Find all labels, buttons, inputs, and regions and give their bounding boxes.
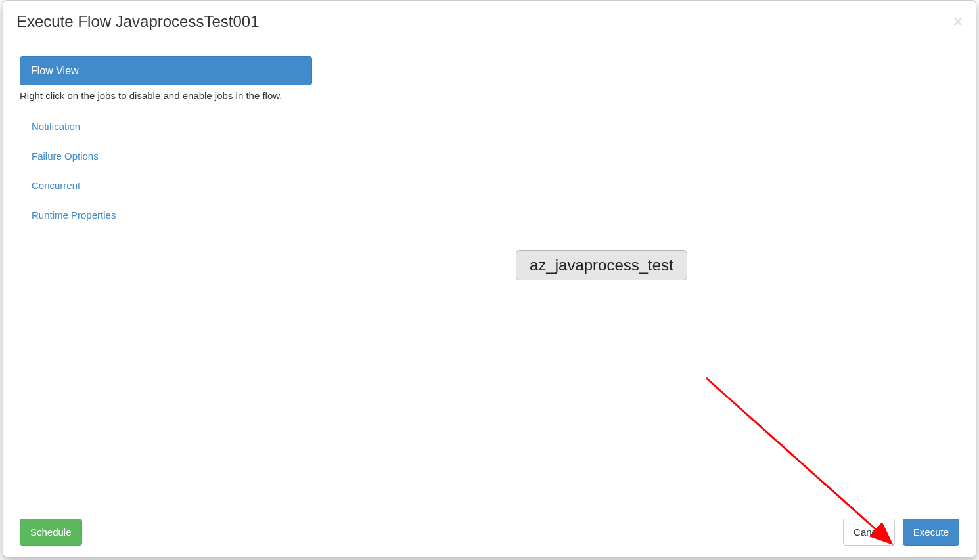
tab-notification[interactable]: Notification — [20, 112, 312, 141]
tab-flow-view[interactable]: Flow View — [20, 56, 312, 85]
modal-footer: Schedule Cancel Execute — [3, 507, 976, 557]
tab-failure-options[interactable]: Failure Options — [20, 141, 312, 171]
tab-notification-label: Notification — [32, 121, 80, 132]
modal-title: Execute Flow JavaprocessTest001 — [16, 11, 260, 33]
sidebar: Flow View Right click on the jobs to dis… — [20, 56, 312, 494]
modal-body: Flow View Right click on the jobs to dis… — [3, 43, 976, 507]
execute-flow-modal: Execute Flow JavaprocessTest001 × Flow V… — [3, 0, 976, 557]
cancel-button[interactable]: Cancel — [843, 519, 895, 546]
close-button[interactable]: × — [953, 14, 963, 30]
modal-header: Execute Flow JavaprocessTest001 × — [3, 1, 976, 43]
flow-graph-area[interactable]: az_javaprocess_test — [312, 56, 959, 494]
tab-concurrent-label: Concurrent — [32, 180, 80, 191]
execute-button-label: Execute — [913, 527, 949, 538]
tab-flow-view-label: Flow View — [31, 65, 79, 76]
tab-runtime-properties[interactable]: Runtime Properties — [20, 200, 312, 230]
cancel-button-label: Cancel — [854, 527, 884, 538]
tab-failure-options-label: Failure Options — [32, 150, 99, 162]
job-node-label: az_javaprocess_test — [530, 256, 673, 274]
schedule-button-label: Schedule — [30, 527, 72, 538]
tab-concurrent[interactable]: Concurrent — [20, 171, 312, 200]
tab-runtime-properties-label: Runtime Properties — [32, 209, 116, 221]
job-node[interactable]: az_javaprocess_test — [516, 250, 687, 280]
execute-button[interactable]: Execute — [903, 519, 959, 546]
schedule-button[interactable]: Schedule — [20, 519, 82, 546]
flow-view-hint: Right click on the jobs to disable and e… — [20, 88, 312, 104]
footer-right-group: Cancel Execute — [843, 519, 959, 546]
